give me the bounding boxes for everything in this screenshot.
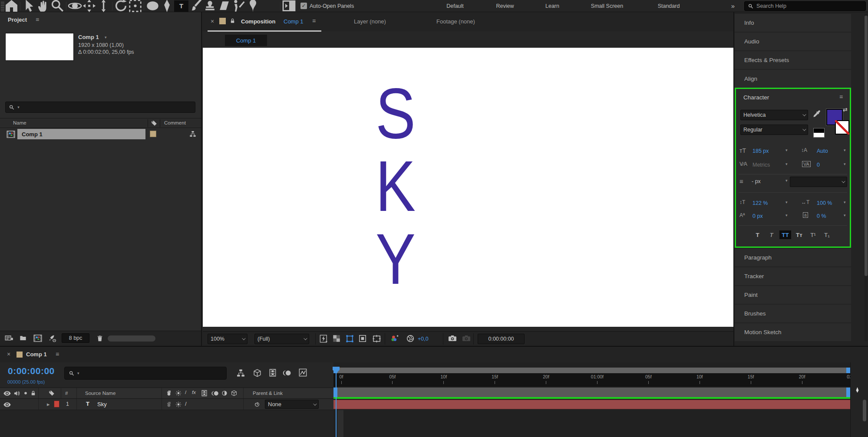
help-search-box[interactable]	[744, 1, 866, 11]
mask-visibility-icon[interactable]	[346, 335, 354, 343]
project-row-comp1[interactable]: Comp 1	[0, 128, 201, 140]
workspace-overflow-button[interactable]: »	[731, 0, 735, 12]
region-of-interest-icon[interactable]	[359, 335, 366, 342]
workspace-tab-default[interactable]: Default	[446, 0, 464, 12]
tracking-value[interactable]: 0	[817, 162, 820, 168]
caret-down-icon[interactable]: ▾	[844, 162, 846, 166]
collapse-switch-icon[interactable]	[175, 390, 182, 396]
caret-down-icon[interactable]: ▾	[785, 148, 788, 152]
composition-flowchart-icon[interactable]	[237, 369, 245, 377]
pan-camera-tool[interactable]	[82, 0, 96, 12]
caret-down-icon[interactable]: ▾	[785, 162, 788, 166]
out-point-marker[interactable]	[846, 388, 850, 397]
type-tool[interactable]: T	[174, 0, 188, 12]
preview-timecode-box[interactable]: 0:00:00:00	[478, 334, 525, 344]
eyedropper-icon[interactable]	[812, 110, 821, 118]
eraser-tool[interactable]	[217, 0, 231, 12]
layer-label-swatch[interactable]	[54, 401, 59, 407]
workspace-tab-standard[interactable]: Standard	[658, 0, 680, 12]
parent-pickwhip-icon[interactable]	[254, 401, 261, 408]
small-caps-button[interactable]: Tᴛ	[793, 230, 805, 239]
panel-tab-align[interactable]: Align	[735, 70, 851, 88]
panel-menu-icon[interactable]: ≡	[36, 16, 39, 23]
layer-shy-icon[interactable]	[166, 401, 172, 407]
workspace-tab-small-screen[interactable]: Small Screen	[591, 0, 623, 12]
timeline-vertical-scrollbar[interactable]	[863, 400, 866, 421]
video-column-icon[interactable]	[3, 391, 11, 396]
superscript-button[interactable]: T¹	[807, 230, 819, 239]
baseline-shift-value[interactable]: 0 px	[752, 213, 763, 219]
tsume-value[interactable]: 0 %	[817, 213, 826, 219]
faux-italic-button[interactable]: T	[766, 230, 777, 239]
close-tab-icon[interactable]: ×	[211, 18, 214, 25]
new-composition-icon[interactable]	[33, 335, 43, 342]
snapshot-icon[interactable]	[448, 335, 457, 342]
work-area-bar[interactable]	[333, 368, 850, 373]
composition-tab-comp-name[interactable]: Comp 1	[284, 18, 304, 25]
interpret-footage-icon[interactable]	[4, 335, 14, 342]
panel-tab-paragraph[interactable]: Paragraph	[735, 249, 851, 266]
default-fill-stroke-icon[interactable]	[813, 128, 825, 138]
solo-column-icon[interactable]	[23, 390, 29, 396]
caret-down-icon[interactable]: ▾	[785, 178, 788, 183]
faux-bold-button[interactable]: T	[752, 230, 763, 239]
horizontal-scale-value[interactable]: 100 %	[817, 200, 832, 206]
stroke-width-value[interactable]: - px	[752, 178, 761, 184]
panel-tab-effects-presets[interactable]: Effects & Presets	[735, 51, 851, 69]
layer-collapse-icon[interactable]	[175, 401, 182, 407]
twirl-icon[interactable]: ▸	[47, 401, 50, 407]
zoom-tool[interactable]	[50, 0, 65, 12]
canvas-text-layer[interactable]: S K Y	[370, 76, 422, 295]
roto-brush-tool[interactable]	[231, 0, 246, 12]
workspace-tab-learn[interactable]: Learn	[545, 0, 559, 12]
label-column-icon[interactable]	[49, 390, 55, 396]
project-scrollbar[interactable]	[108, 335, 155, 342]
time-ruler[interactable]: 0f 05f 10f 15f 20f 01:00f 05f 10f 15f 20…	[333, 373, 850, 387]
hand-tool[interactable]	[36, 0, 50, 12]
render-engine-icon[interactable]	[48, 335, 56, 342]
resolution-dropdown[interactable]: (Full)	[254, 334, 309, 344]
swap-fill-stroke-icon[interactable]: ⇄	[843, 106, 848, 113]
frame-blending-icon[interactable]	[269, 368, 276, 377]
composition-tab-title[interactable]: Composition	[241, 18, 275, 25]
threed-switch-icon[interactable]	[231, 390, 237, 396]
selection-tool[interactable]	[22, 0, 36, 12]
column-parent-link[interactable]: Parent & Link	[253, 391, 283, 396]
motion-blur-switch-icon[interactable]	[211, 391, 219, 396]
lock-column-icon[interactable]	[30, 390, 36, 396]
composition-canvas[interactable]: S K Y	[203, 48, 733, 327]
project-item-thumbnail[interactable]	[5, 33, 74, 61]
exposure-icon[interactable]	[406, 335, 414, 342]
graph-editor-icon[interactable]	[299, 368, 307, 377]
shape-tool[interactable]	[145, 0, 160, 12]
new-folder-icon[interactable]	[19, 335, 27, 342]
layer-duration-bar[interactable]	[333, 400, 850, 409]
vertical-scale-value[interactable]: 122 %	[752, 200, 768, 206]
panel-menu-icon[interactable]: ≡	[839, 93, 843, 100]
layer-viewer-tab[interactable]: Layer (none)	[354, 18, 386, 25]
help-search-input[interactable]	[756, 3, 862, 9]
exposure-value[interactable]: +0,0	[418, 336, 429, 342]
column-comment[interactable]: Comment	[164, 120, 186, 125]
dock-scrollbar-thumb[interactable]	[865, 16, 868, 276]
lock-icon[interactable]	[230, 18, 235, 24]
stroke-style-dropdown[interactable]	[790, 177, 847, 187]
layer-row-sky[interactable]: ▸ 1 T Sky / None	[0, 399, 333, 410]
bit-depth-button[interactable]: 8 bpc	[62, 333, 89, 343]
caret-down-icon[interactable]: ▾	[844, 213, 846, 217]
panel-tab-info[interactable]: Info	[735, 14, 851, 32]
project-row-name[interactable]: Comp 1	[17, 129, 145, 139]
adjustment-layer-switch-icon[interactable]	[221, 390, 228, 396]
puppet-pin-tool[interactable]	[246, 0, 260, 12]
panel-tab-tracker[interactable]: Tracker	[735, 267, 851, 285]
draft-3d-icon[interactable]	[253, 369, 261, 377]
home-button[interactable]	[4, 0, 19, 12]
column-number[interactable]: #	[65, 391, 68, 396]
caret-down-icon[interactable]: ▾	[844, 148, 846, 152]
project-search-box[interactable]: ▾	[5, 102, 195, 113]
show-snapshot-icon[interactable]	[462, 335, 471, 342]
panel-menu-icon[interactable]: ≡	[56, 351, 59, 358]
brush-tool[interactable]	[188, 0, 203, 12]
layer-visibility-icon[interactable]	[3, 402, 11, 407]
fast-preview-icon[interactable]	[320, 335, 328, 343]
